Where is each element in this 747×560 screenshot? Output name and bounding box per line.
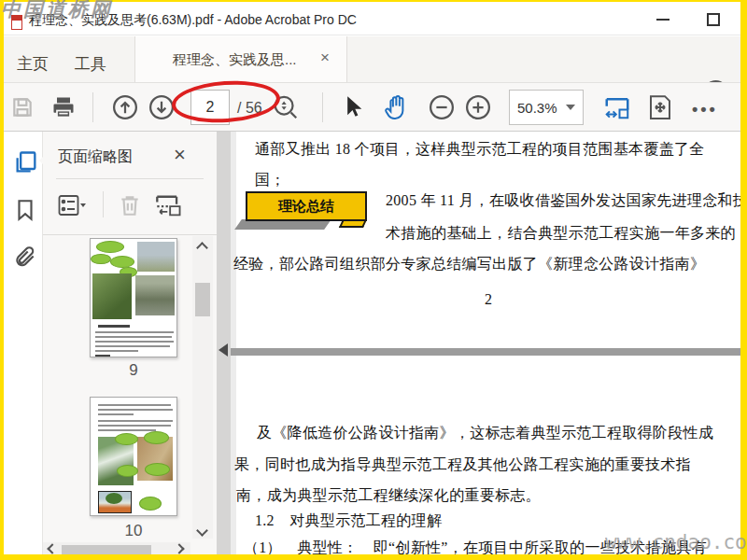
navigation-rail bbox=[4, 132, 43, 554]
divider bbox=[56, 178, 204, 179]
zoom-level-value: 50.3% bbox=[517, 100, 557, 116]
thumbnail-label-10: 10 bbox=[90, 522, 177, 540]
panel-vertical-scrollbar-thumb[interactable] bbox=[195, 283, 210, 316]
document-pane[interactable]: 通部又推出 18 个项目，这样典型示范工程的项目范围基本覆盖了全 国； 理论总结… bbox=[231, 132, 740, 554]
divider bbox=[103, 191, 104, 217]
panel-notch bbox=[39, 154, 46, 167]
thumb-text-line bbox=[98, 409, 173, 411]
thumb-text-line bbox=[98, 425, 171, 427]
title-bar: 程理念、实践及思考(6.63M).pdf - Adobe Acrobat Pro… bbox=[4, 2, 740, 35]
more-tools-icon[interactable]: ••• bbox=[692, 100, 718, 119]
frame-border bbox=[740, 0, 747, 560]
theory-summary-badge: 理论总结 bbox=[246, 191, 367, 221]
thumbnail-label-9: 9 bbox=[90, 361, 177, 380]
select-tool-icon[interactable] bbox=[338, 92, 368, 122]
callout-bubble bbox=[96, 241, 124, 253]
site-watermark-top: 中国道桥网 bbox=[1, 0, 113, 22]
document-text-line: 1.2 对典型示范工程的理解 bbox=[255, 511, 442, 531]
tab-document-active[interactable]: 程理念、实践及思... × bbox=[134, 36, 347, 82]
print-icon[interactable] bbox=[49, 92, 78, 122]
callout-bubble bbox=[145, 463, 170, 476]
page-thumbnails-rail-icon[interactable] bbox=[13, 148, 39, 176]
panel-vertical-scrollbar[interactable] bbox=[192, 236, 213, 539]
thumb-photo bbox=[92, 273, 132, 319]
document-text-line: 经验，部公路司组织部分专家总结编写出版了《新理念公路设计指南》 bbox=[233, 255, 705, 274]
document-text-line: 南，成为典型示范工程继续深化的重要标志。 bbox=[236, 486, 541, 506]
tab-home[interactable]: 主页 bbox=[7, 48, 58, 80]
chevron-down-icon bbox=[566, 105, 575, 110]
frame-border bbox=[0, 554, 747, 560]
previous-page-icon[interactable] bbox=[110, 92, 140, 122]
thumbnail-options-icon[interactable] bbox=[56, 189, 88, 221]
thumb-photo bbox=[106, 493, 122, 504]
tab-document-label: 程理念、实践及思... bbox=[173, 51, 297, 69]
thumb-text-line bbox=[98, 413, 134, 415]
thumb-photo bbox=[137, 242, 175, 272]
thumb-text-line bbox=[98, 404, 171, 406]
panel-title: 页面缩略图 bbox=[58, 147, 133, 167]
thumb-text-line bbox=[95, 331, 174, 333]
main-toolbar: 2 / 56 50.3% bbox=[4, 82, 740, 132]
thumbnails-panel: 页面缩略图 × 9 bbox=[43, 132, 217, 554]
page-number-text: 2 bbox=[485, 291, 492, 308]
thumb-photo bbox=[135, 275, 175, 315]
tab-close-icon[interactable]: × bbox=[320, 49, 330, 67]
reduce-thumbnails-icon[interactable] bbox=[153, 189, 185, 221]
callout-bubble bbox=[110, 256, 134, 268]
zoom-level-select[interactable]: 50.3% bbox=[509, 90, 584, 125]
document-text-line: 国； bbox=[255, 171, 286, 190]
fit-page-icon[interactable] bbox=[645, 92, 675, 122]
thumb-text-line bbox=[95, 350, 138, 352]
zoom-out-icon[interactable] bbox=[427, 92, 457, 122]
maximize-button[interactable] bbox=[707, 13, 720, 26]
zoom-in-icon[interactable] bbox=[463, 92, 493, 122]
page-9-thumbnail[interactable] bbox=[90, 238, 177, 357]
callout-bubble bbox=[91, 254, 111, 264]
callout-bubble bbox=[117, 465, 138, 477]
page-10-thumbnail[interactable] bbox=[90, 397, 177, 516]
collapse-panel-icon[interactable] bbox=[218, 343, 228, 357]
fit-width-icon[interactable] bbox=[602, 92, 632, 122]
tab-tools[interactable]: 工具 bbox=[65, 48, 116, 80]
document-text-line: 及《降低造价公路设计指南》，这标志着典型示范工程取得阶段性成 bbox=[257, 424, 713, 443]
divider bbox=[43, 234, 217, 235]
toolbar-divider bbox=[92, 92, 93, 122]
document-text-line: 术措施的基础上，结合典型示范工程实施一年多来的 bbox=[386, 224, 736, 244]
delete-pages-icon[interactable] bbox=[114, 189, 146, 221]
document-text-line: 通部又推出 18 个项目，这样典型示范工程的项目范围基本覆盖了全 bbox=[255, 140, 705, 160]
site-watermark-bottom: www.cndao.com bbox=[605, 531, 747, 553]
thumb-text-line bbox=[98, 325, 130, 328]
page-separator-bar bbox=[231, 348, 740, 356]
panel-close-icon[interactable]: × bbox=[174, 143, 186, 167]
minimize-button[interactable] bbox=[656, 19, 669, 21]
callout-bubble bbox=[144, 431, 169, 444]
thumb-text-line bbox=[95, 345, 170, 347]
document-text-line: 2005 年 11 月，在吸收借鉴国外发达国家先进理念和技 bbox=[386, 191, 740, 211]
thumb-text-line bbox=[98, 420, 173, 422]
save-icon[interactable] bbox=[7, 92, 37, 122]
thumb-text-line bbox=[95, 341, 174, 343]
attachments-rail-icon[interactable] bbox=[13, 244, 39, 272]
bookmarks-rail-icon[interactable] bbox=[13, 197, 39, 225]
toolbar-divider bbox=[322, 92, 323, 122]
thumb-text-line bbox=[98, 429, 156, 431]
hand-tool-icon[interactable] bbox=[381, 92, 411, 122]
callout-bubble bbox=[115, 433, 138, 445]
thumb-text-line bbox=[95, 336, 172, 338]
tab-bar: 主页 工具 程理念、实践及思... × ? bbox=[4, 36, 740, 82]
document-text-line: 果，同时也成为指导典型示范工程及其他公路工程实施的重要技术指 bbox=[234, 455, 691, 475]
frame-border bbox=[0, 0, 4, 560]
callout-bubble bbox=[139, 497, 162, 511]
thumb-text-line bbox=[95, 355, 110, 357]
